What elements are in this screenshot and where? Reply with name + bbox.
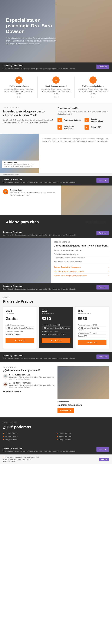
contact-item-desc-1: Sample text. Click to select the text bo…: [9, 376, 54, 380]
cap-dot-1: [3, 433, 4, 434]
card-psychology: ✦ Problemas del psicólogo Sample text. C…: [77, 76, 109, 98]
cookie-desc-3: Este sitio web utiliza cookies para gara…: [3, 234, 94, 236]
pricing-label: PLANES: [3, 297, 109, 298]
menu-icon[interactable]: ☰: [55, 2, 57, 6]
plan-price-free: Gratis: [6, 316, 34, 321]
hero-title: Especialista en psicología Dra. Sara Dow…: [6, 17, 57, 34]
contact-right-title: Solicitar presupuesto: [58, 404, 109, 406]
plan-feature-530-2: 170 GB alto ancho de banda Funciones: [78, 326, 106, 332]
contact-right: Contáctenos Solicitar presupuesto Contác…: [58, 366, 109, 413]
plan-feature-free-4: Soporte de entradas: [6, 333, 34, 336]
appointment-phone[interactable]: ☎ +1 (234) 567-8910: [86, 221, 106, 223]
blog-link-text-3[interactable]: Practical Tips to help you grow your pro…: [54, 275, 87, 276]
footer-phone[interactable]: + 201 140 10 44: [3, 460, 39, 462]
feature-item-4: ✓ Soporte 24/7: [85, 125, 109, 130]
feature-label-2: Buenas características: [91, 118, 109, 122]
about-title: Nuestro psicólogo experto clínico de Nue…: [3, 110, 54, 117]
plan-desc-530: Hasta 10 sitios web: [78, 313, 106, 314]
cap-dot-2: [57, 433, 58, 434]
pricing-card-530: $530 Hasta 10 sitios web $530 Almacenami…: [75, 306, 109, 348]
doctor-badge: Dr. Pablo Smith Sample text. Click to se…: [3, 160, 39, 168]
hero-description: Multa aliqua est partitür, ite a ilus. A…: [6, 37, 57, 45]
card-desc-2: Sample text. Click to select the text bo…: [40, 88, 72, 95]
about-label: SOBRE NOSOTROS: [3, 107, 54, 108]
specialist-label-text: Especialista en Psicología: [3, 174, 20, 175]
blog-link-2[interactable]: Learn how to help you grow your producer…: [54, 269, 109, 274]
cookie-desc-2: Este sitio web utiliza cookies para gara…: [3, 181, 94, 184]
contact-item-1: 🏢 Sobre nuestra compañía Sample text. Cl…: [3, 374, 54, 380]
plan-feature-free-1: 1 GB de almacenamiento: [6, 324, 34, 326]
contact-briefcase-icon: 💼: [3, 382, 8, 387]
doctor-title-badge: Sample text. Click to select the text bo…: [4, 164, 37, 167]
blog-link-1[interactable]: Business Sustainability Management ›: [54, 265, 109, 269]
cookie-button-3[interactable]: Continuar: [96, 231, 109, 235]
blog-label: SOBRE NOSOTROS: [54, 241, 109, 243]
cookie-button-4[interactable]: Continuar: [96, 285, 109, 290]
cap-dot-6: [57, 439, 58, 440]
cookie-button-1[interactable]: Continuar: [96, 64, 109, 69]
doctor-text: Sample text. Click to select the text bo…: [39, 134, 112, 173]
plan-feature-free-3: 2 usuarios por proyecto: [6, 330, 34, 333]
plan-button-free[interactable]: INTENTELO: [6, 338, 34, 343]
contact-section: CONTACTENOS ¿Qué podemos hacer por usted…: [0, 362, 112, 418]
cookie-button-2[interactable]: Continuar: [96, 178, 109, 183]
blog-list-item-2: Tortor at risus varius adipiscing sit.: [54, 252, 109, 256]
footer-address-text: Calle 80, Ciudad Real, Política de Nueva…: [6, 456, 39, 458]
contact-right-image: [58, 366, 109, 399]
card-desc-3: Sample text. Click to select the text bo…: [77, 88, 109, 95]
contact-item-desc-2: Sample text. Click to select the text bo…: [9, 384, 54, 388]
phone-icon: ☎: [3, 390, 5, 392]
plan-feature-530-3: 10 Usuarios por Proyecto: [78, 332, 106, 334]
capability-1: Sample text here: [3, 432, 55, 434]
plan-button-310[interactable]: INTENTELO: [42, 338, 70, 343]
cap-dot-4: [57, 436, 58, 437]
card-relations: ❤ Problemas de relación Sample text. Cli…: [3, 76, 35, 98]
check-icon-4: ✓: [85, 125, 89, 130]
contact-item-title-1: Sobre nuestra compañía: [9, 374, 54, 376]
capability-3: Sample text here: [3, 436, 55, 437]
plan-button-530[interactable]: INTENTELO: [78, 340, 106, 345]
cap-text-2: Sample text here: [59, 432, 71, 434]
specialist-bar: Especialista en Psicología: [0, 173, 112, 176]
plan-feature-free-2: 10 GB alto ancho de banda Funciones: [6, 326, 34, 330]
pricing-section: PLANES Planes de Precios Gratis Sitio we…: [0, 292, 112, 352]
cookie-banner-1: Cookies y Privacidad Este sitio web util…: [0, 62, 112, 72]
plan-desc-310: Hasta 5 sitios web: [42, 313, 70, 314]
plan-name-530: $530: [78, 310, 106, 312]
blog-arrow-2: ›: [108, 270, 109, 272]
cookie-banner-5: Cookies y Privacidad Este sitio web util…: [0, 352, 112, 362]
blog-arrow-1: ›: [108, 266, 109, 268]
doctor-name: Dr. Pablo Smith: [4, 162, 37, 164]
card-count-1: ♡ 174: [3, 96, 35, 98]
card-anxiety: ★ Desórdenes de ansiedad Sample text. Cl…: [40, 76, 72, 98]
cookie-banner-2: Cookies y Privacidad Este sitio web util…: [0, 176, 112, 186]
capability-2: Sample text here: [57, 432, 109, 434]
cookie-desc-1: Este sitio web utiliza cookies para gara…: [3, 68, 94, 70]
contact-right-button[interactable]: Contáctenos: [58, 408, 74, 413]
vision-desc-1: Sample text. Click to select the text bo…: [10, 192, 58, 196]
doctor-left: Dr. Pablo Smith Sample text. Click to se…: [0, 134, 39, 173]
cookie-button-5[interactable]: Continuar: [96, 354, 109, 359]
blog-link-text-2[interactable]: Learn how to help you grow your producer: [54, 270, 85, 272]
plan-feature-530-1: Almacenamiento de 20 GB: [78, 324, 106, 326]
blog-link-text-1[interactable]: Business Sustainability Management: [54, 266, 81, 268]
plan-feature-310-4: Asistencia por correo electrónico: [42, 333, 70, 336]
capabilities-title: ¿Qué podemos: [3, 425, 109, 429]
contact-phone[interactable]: ☎ +1 (234) 567-8910: [3, 390, 54, 392]
blog-link-3[interactable]: Practical Tips to help you grow your pro…: [54, 274, 109, 278]
footer-address-line1: 📍 Calle 80, Ciudad Real, Política de Nue…: [3, 456, 39, 458]
vision-item-1: 🔍 Nuestra visión Sample text. Click to s…: [3, 189, 58, 196]
feature-label-4: Soporte 24/7: [91, 126, 101, 128]
appointment-banner: Abierto para citas ☎ +1 (234) 567-8910: [0, 215, 112, 229]
footer-accept-button[interactable]: Aceptar: [99, 458, 109, 461]
contact-item-2: 💼 Acerca de nuestro trabajo Sample text.…: [3, 382, 54, 388]
doctor-section: Dr. Pablo Smith Sample text. Click to se…: [0, 134, 112, 173]
check-icon-3: ✓: [58, 125, 62, 130]
plan-price-310: $310: [42, 316, 70, 321]
plan-name-free: Gratis: [6, 310, 34, 312]
cap-text-6: Sample text here: [59, 439, 71, 441]
plan-name-310: $310: [42, 310, 70, 312]
cookie-text-1: Cookies y Privacidad Este sitio web util…: [3, 64, 94, 70]
footer-address-line2: ¿Que no pareces ni un amigo nuestro?: [3, 458, 39, 460]
cookie-button-6[interactable]: Continuar: [96, 447, 109, 452]
